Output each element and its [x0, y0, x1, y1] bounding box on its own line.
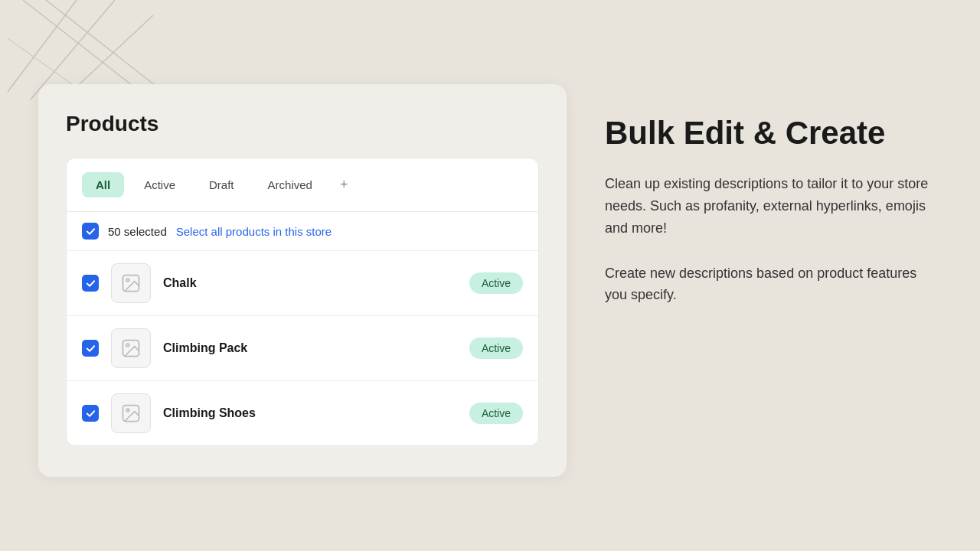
status-badge-climbing-pack: Active	[469, 337, 523, 359]
select-all-checkbox[interactable]	[82, 223, 99, 240]
svg-point-11	[126, 409, 129, 412]
tab-active[interactable]: Active	[130, 172, 189, 197]
promo-paragraph-1: Clean up existing descriptions to tailor…	[605, 173, 942, 239]
product-thumbnail-chalk	[111, 263, 151, 303]
tab-add[interactable]: +	[332, 171, 356, 199]
tab-archived[interactable]: Archived	[254, 172, 326, 197]
promo-panel: Bulk Edit & Create Clean up existing des…	[605, 115, 942, 306]
product-name-climbing-pack: Climbing Pack	[163, 341, 457, 355]
product-row: Climbing Pack Active	[67, 316, 538, 381]
svg-point-7	[126, 279, 129, 282]
status-badge-chalk: Active	[469, 272, 523, 294]
product-row: Chalk Active	[67, 251, 538, 316]
product-checkbox-climbing-pack[interactable]	[82, 340, 99, 357]
selected-count: 50 selected	[108, 225, 167, 238]
products-panel: Products All Active Draft Archived + 50 …	[38, 84, 567, 477]
product-checkbox-climbing-shoes[interactable]	[82, 405, 99, 422]
tabs-row: All Active Draft Archived +	[67, 158, 538, 212]
tab-all[interactable]: All	[82, 172, 124, 197]
tab-draft[interactable]: Draft	[195, 172, 248, 197]
page-title: Products	[66, 112, 539, 136]
product-thumbnail-climbing-shoes	[111, 393, 151, 433]
product-list-card: All Active Draft Archived + 50 selected …	[66, 158, 539, 446]
product-name-chalk: Chalk	[163, 276, 457, 290]
product-checkbox-chalk[interactable]	[82, 275, 99, 292]
product-thumbnail-climbing-pack	[111, 328, 151, 368]
select-all-link[interactable]: Select all products in this store	[176, 225, 332, 238]
promo-title: Bulk Edit & Create	[605, 115, 942, 152]
select-all-row: 50 selected Select all products in this …	[67, 212, 538, 251]
product-row: Climbing Shoes Active	[67, 381, 538, 445]
svg-line-2	[8, 0, 77, 92]
promo-paragraph-2: Create new descriptions based on product…	[605, 262, 942, 307]
svg-point-9	[126, 344, 129, 347]
product-name-climbing-shoes: Climbing Shoes	[163, 406, 457, 420]
status-badge-climbing-shoes: Active	[469, 403, 523, 424]
